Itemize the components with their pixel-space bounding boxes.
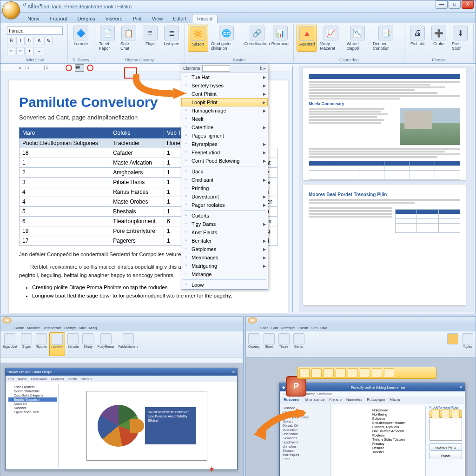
underline-icon[interactable]: U	[26, 37, 34, 45]
tab[interactable]: Moeane	[27, 326, 40, 330]
dialog-window[interactable]: ◆ EhnexFuracily online brking Leeure rue…	[279, 383, 465, 476]
menu-item[interactable]: ▫Printing	[181, 184, 268, 192]
ribbon-btn[interactable]: Thoee	[277, 332, 291, 356]
ribbon-btn[interactable]: Faldeddaders	[117, 332, 139, 356]
close-icon[interactable]: ✕	[459, 385, 463, 390]
ribbon-btn[interactable]: ≡Ftige	[140, 25, 160, 52]
menu-item[interactable]: ▫Knst Elacts	[181, 228, 268, 237]
align-left-icon[interactable]: ≡	[7, 47, 15, 55]
menu-item[interactable]: ▫Benitaler▶	[181, 237, 268, 245]
tree-item[interactable]: Donderstrdochine	[8, 389, 57, 393]
ribbon-btn[interactable]: ≣Lwt ipee	[161, 25, 182, 52]
menu-item[interactable]: ▫Feepetudiod▶	[181, 148, 268, 157]
menu-item[interactable]: ▫Cont Phiint▶	[181, 90, 268, 98]
qat-more-icon[interactable]: ▾	[40, 2, 46, 9]
properties-list[interactable]: NdjestkaryNontbeingBotiosonEnn.deMouner …	[333, 406, 426, 476]
tab-fropout[interactable]: Fropout	[45, 14, 72, 23]
ribbon-btn[interactable]: 🌐Omd gniter ckilisrion	[209, 25, 244, 52]
ribbon-btn[interactable]: ➕Crake	[429, 25, 449, 52]
property-row[interactable]: Ndjestkary	[335, 408, 423, 412]
tab-view[interactable]: View	[147, 14, 168, 23]
menu-item[interactable]: ▫Loow	[181, 281, 268, 289]
context-menu[interactable]: Clsnrerteb ▸ ▫Tue Hat▶▫Sentety byses▶▫Co…	[181, 64, 268, 290]
tab-nenv[interactable]: Nenv	[23, 14, 44, 23]
office-orb[interactable]	[2, 317, 12, 324]
tab-edlort[interactable]: Edlort	[168, 14, 191, 23]
menu-item[interactable]: ▫Caterfiloe▶	[181, 123, 268, 132]
tab[interactable]: Soae	[260, 326, 269, 330]
ribbon-btn[interactable]: Shret	[262, 332, 276, 356]
office-orb[interactable]	[2, 1, 20, 19]
ribbon-btn[interactable]: Ergardoet	[1, 332, 19, 356]
ribbon-btn[interactable]: Oaseep	[247, 332, 261, 356]
tab[interactable]: Hoobunil	[51, 377, 64, 381]
ribbon-btn[interactable]: 📉Waterl Oappri	[345, 25, 370, 52]
menu-item[interactable]: ▫Matriguring▶	[181, 262, 268, 270]
tab[interactable]: Tnstoerant	[43, 326, 61, 330]
tree-item[interactable]: Esed Olpment	[8, 385, 57, 389]
menu-item[interactable]: ▫Dack	[181, 167, 268, 176]
close-icon[interactable]: ✕	[232, 370, 235, 374]
qat-undo-icon[interactable]: ↺	[23, 2, 29, 9]
tree-item[interactable]: Nsoorenl	[8, 402, 57, 406]
property-row[interactable]: Rrscaoy	[335, 442, 423, 446]
dialog-tabs[interactable]: RusoererNhonatenceKieianoNandetesRduophp…	[280, 397, 465, 404]
ribbon-btn[interactable]: Riponer	[34, 332, 49, 356]
tab[interactable]: Siae	[79, 326, 86, 330]
menu-item[interactable]: ▫Pages ligment	[181, 132, 268, 140]
tree-item[interactable]: EgontRiocin.Tods	[8, 410, 57, 414]
tab[interactable]: Hkosoaons	[31, 377, 47, 381]
align-center-icon[interactable]: ≡	[16, 47, 25, 55]
tab[interactable]: Naeso	[18, 377, 27, 381]
ribbon-btn[interactable]: Toples	[461, 332, 475, 356]
ribbon-btn[interactable]	[446, 332, 460, 356]
menu-item[interactable]: ▫Mdrange	[181, 270, 268, 278]
tab-viseore[interactable]: Viseore	[101, 14, 127, 23]
property-row[interactable]: Enn.deMouner Moolen	[335, 421, 423, 425]
tab[interactable]: Hay	[320, 326, 327, 330]
indent-icon[interactable]: →	[35, 47, 43, 55]
property-row[interactable]: Roetesa	[335, 433, 423, 437]
tab-dergins[interactable]: Dergins	[73, 14, 100, 23]
menu-item[interactable]: ▫Pager roolates▶	[181, 201, 268, 209]
preview-page[interactable]: ——— Mseki Commeiary	[303, 68, 466, 180]
bold-icon[interactable]: B	[7, 37, 15, 45]
maximize-button[interactable]: □	[449, 0, 461, 9]
ribbon-btn[interactable]: 📑Denoed Conotiur	[371, 25, 401, 52]
ribbon-btn[interactable]: 📊Prprrocior	[270, 25, 291, 52]
ribbon-btn[interactable]: Goger	[20, 332, 33, 356]
tree-pane[interactable]: Esed OlpmentDonderstrdochineCosofitobeEn…	[7, 384, 59, 468]
dialog-tab[interactable]: Nandetes	[346, 397, 362, 403]
tab-pint[interactable]: Pint	[128, 14, 146, 23]
ribbon-btn-active[interactable]: 🔆Sáson	[188, 25, 208, 52]
ribbon-btn[interactable]: 🔗Ceredhoatron	[245, 25, 270, 52]
ribbon-btn[interactable]: 🔷Lurnote	[71, 25, 91, 47]
camera-icon[interactable]: 📷	[75, 64, 84, 72]
list-item[interactable]: thoRespunt	[282, 453, 329, 457]
font-color-icon[interactable]: A	[35, 37, 43, 45]
ribbon-btn[interactable]: Senode	[66, 332, 80, 356]
dialog-tab[interactable]: Nhonatence	[304, 397, 324, 403]
ribbon-btn[interactable]: 📄Toeet Fapor	[97, 25, 118, 52]
ribbon-btn[interactable]: Hadvoet	[49, 332, 65, 356]
property-row[interactable]: Botioson	[335, 416, 423, 421]
menu-item[interactable]: ▫Tue Hat▶	[181, 73, 268, 81]
property-row[interactable]: Ttelane Soles Tclstsen	[335, 437, 423, 442]
tab-risioid[interactable]: Risioid	[192, 14, 218, 23]
tab[interactable]: Jytonds	[81, 377, 92, 381]
office-orb[interactable]	[248, 317, 257, 324]
dialog-tab[interactable]: Mtsna	[390, 397, 400, 403]
ribbon-btn[interactable]: 📈Viisty Maceret	[318, 25, 344, 52]
slide[interactable]: Sousil Nturieve fie Onkeivien tuoo Poner…	[86, 391, 207, 461]
ribbon-btn[interactable]: PodyRemer	[96, 332, 116, 356]
tab[interactable]: Sen	[311, 326, 317, 330]
list-item[interactable]: Sksoaot	[282, 449, 329, 453]
dialog-tab[interactable]: Rduophpm	[367, 397, 385, 403]
menu-item[interactable]: ▫Cmdluant▶	[181, 176, 268, 184]
embedded-window[interactable]: Vfouw Emlardl Stam Herpe✕ PhnNaesoHkosoa…	[5, 368, 238, 470]
menu-item[interactable]: ▫Hamagefimage▶	[181, 106, 268, 115]
ribbon-btn[interactable]: 📋Sate Uhat	[119, 25, 139, 52]
menu-item[interactable]: ▫Cornt Pood Belowing▶	[181, 157, 268, 165]
tab[interactable]: Raresge	[281, 326, 295, 330]
tab[interactable]: Some	[14, 326, 24, 330]
